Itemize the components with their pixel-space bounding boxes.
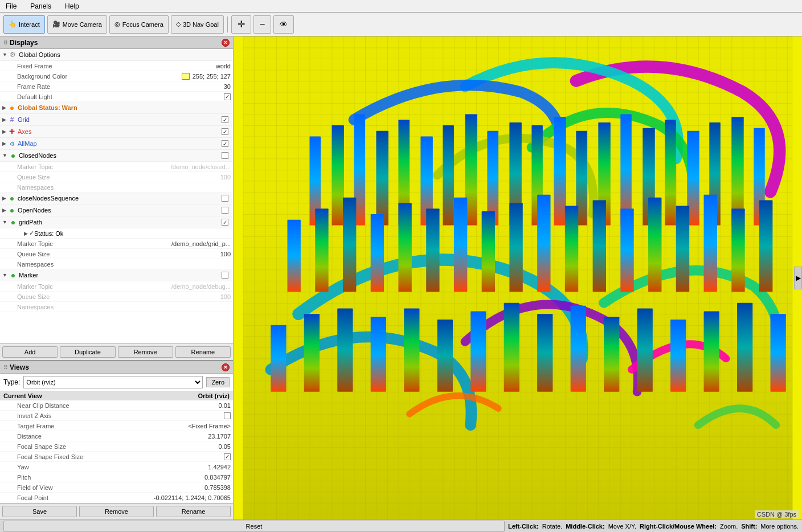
svg-rect-28 [371, 214, 384, 292]
move-camera-button[interactable]: 🎥 Move Camera [47, 15, 107, 34]
displays-close-button[interactable]: ✕ [222, 39, 230, 47]
svg-rect-33 [509, 203, 522, 292]
grid-path-icon: ● [9, 218, 18, 227]
svg-rect-7 [376, 131, 388, 226]
remove-displays-button[interactable]: Remove [118, 346, 173, 358]
grid-path-arrow: ▼ [2, 219, 7, 225]
views-header-left: ⠿ Views [3, 363, 29, 371]
close-nodes-seq-row[interactable]: ▶ ● closeNodesSequence [0, 193, 233, 204]
minus-button[interactable]: − [253, 15, 271, 34]
marker-checkbox[interactable] [222, 272, 228, 279]
focal-point-label: Focal Point [17, 494, 154, 501]
open-nodes-row[interactable]: ▶ ● OpenNodes [0, 204, 233, 216]
views-type-select[interactable]: Orbit (rviz) [23, 376, 203, 388]
left-panel: ⠿ Displays ✕ ▼ ⚙ Global Options Fixed Fr… [0, 36, 234, 519]
crosshair-button[interactable]: ✛ [231, 15, 251, 34]
orbit-label: Orbit (rviz) [198, 392, 230, 399]
default-light-checkbox[interactable] [224, 93, 231, 100]
target-frame-value: <Fixed Frame> [188, 423, 231, 429]
close-nodes-seq-icon: ● [7, 194, 17, 203]
marker-arrow: ▼ [2, 272, 7, 278]
invert-z-checkbox[interactable] [224, 412, 231, 419]
expand-arrow-right[interactable]: ▶ [794, 267, 802, 289]
closed-nodes-row[interactable]: ▼ ● ClosedNodes [0, 150, 233, 162]
grid-path-queue-value: 100 [220, 251, 231, 257]
allmap-checkbox[interactable] [222, 140, 228, 147]
add-button[interactable]: Add [2, 346, 58, 358]
viewport[interactable]: ▶ [234, 36, 802, 519]
rename-view-button[interactable]: Rename [156, 506, 231, 517]
displays-section: ⠿ Displays ✕ ▼ ⚙ Global Options Fixed Fr… [0, 36, 233, 360]
svg-rect-48 [437, 320, 453, 392]
focal-shape-size-label: Focal Shape Size [17, 443, 219, 450]
camera-options-button[interactable]: 👁 [273, 15, 294, 34]
svg-rect-27 [343, 198, 356, 292]
allmap-icon: ⚙ [7, 139, 17, 148]
global-options-row[interactable]: ▼ ⚙ Global Options [0, 49, 233, 61]
grid-row[interactable]: ▶ # Grid [0, 114, 233, 126]
left-click-label: Left-Click: [508, 523, 539, 530]
middle-click-label: Middle-Click: [566, 523, 604, 530]
middle-click-action: Move X/Y. [608, 523, 636, 530]
3d-nav-label: 3D Nav Goal [183, 21, 219, 28]
displays-content: ▼ ⚙ Global Options Fixed Frame world Bac… [0, 49, 233, 343]
interact-label: Interact [19, 21, 40, 28]
global-status-row[interactable]: ▶ ● Global Status: Warn [0, 102, 233, 114]
displays-title: Displays [10, 39, 38, 47]
grid-path-label: gridPath [19, 219, 222, 226]
zero-button[interactable]: Zero [206, 377, 230, 387]
close-nodes-seq-checkbox[interactable] [222, 195, 228, 202]
allmap-row[interactable]: ▶ ⚙ AllMap [0, 138, 233, 150]
focal-shape-fixed-label: Focal Shape Fixed Size [17, 453, 224, 460]
focus-camera-button[interactable]: ◎ Focus Camera [109, 15, 169, 34]
svg-rect-53 [604, 317, 619, 392]
invert-z-label: Invert Z Axis [17, 412, 224, 419]
default-light-row: Default Light [0, 92, 233, 102]
resize-handle[interactable] [234, 36, 239, 519]
svg-rect-49 [470, 311, 486, 391]
near-clip-label: Near Clip Distance [17, 402, 219, 409]
reset-button[interactable]: Reset [3, 521, 505, 532]
save-view-button[interactable]: Save [2, 506, 77, 517]
near-clip-value: 0.01 [219, 402, 231, 409]
fps-indicator: CSDN @ 3fps [755, 510, 799, 518]
shift-action: More options. [760, 523, 799, 530]
menu-panels[interactable]: Panels [27, 1, 55, 11]
svg-rect-26 [315, 208, 328, 292]
interact-button[interactable]: 👆 Interact [3, 15, 45, 34]
grid-path-row[interactable]: ▼ ● gridPath [0, 216, 233, 228]
grid-path-marker-topic-row: Marker Topic /demo_node/grid_p... [0, 239, 233, 249]
grid-path-status-text: Status: Ok [34, 230, 63, 237]
marker-namespaces-label: Namespaces [17, 304, 231, 310]
svg-rect-51 [537, 314, 553, 391]
global-status-arrow: ▶ [2, 105, 6, 111]
open-nodes-checkbox[interactable] [222, 207, 228, 214]
axes-checkbox[interactable] [222, 128, 228, 135]
grid-checkbox[interactable] [222, 116, 228, 123]
focal-point-value: -0.022114; 1.2424; 0.70065 [154, 494, 231, 501]
rename-displays-button[interactable]: Rename [175, 346, 231, 358]
grip-icon: ⠿ [3, 40, 7, 46]
views-close-button[interactable]: ✕ [222, 363, 230, 371]
pitch-value: 0.834797 [204, 474, 231, 481]
svg-rect-46 [371, 317, 386, 392]
duplicate-button[interactable]: Duplicate [60, 346, 115, 358]
svg-rect-43 [271, 325, 286, 392]
grid-path-checkbox[interactable] [222, 219, 228, 226]
axes-row[interactable]: ▶ ✚ Axes [0, 126, 233, 138]
focal-shape-fixed-checkbox[interactable] [224, 453, 231, 460]
closed-nodes-checkbox[interactable] [222, 152, 228, 159]
svg-rect-30 [426, 208, 439, 292]
menu-file[interactable]: File [2, 1, 20, 11]
open-nodes-icon: ● [7, 206, 17, 215]
menu-help[interactable]: Help [62, 1, 83, 11]
remove-view-button[interactable]: Remove [79, 506, 154, 517]
background-color-value[interactable]: 255; 255; 127 [182, 73, 231, 80]
right-click-action: Zoom. [720, 523, 738, 530]
views-content: Type: Orbit (rviz) Zero Current View Orb… [0, 374, 233, 503]
closed-nodes-marker-topic-row: Marker Topic /demo_node/closed... [0, 162, 233, 172]
marker-row[interactable]: ▼ ● Marker [0, 269, 233, 281]
3d-nav-goal-button[interactable]: ◇ 3D Nav Goal [171, 15, 224, 34]
svg-rect-32 [482, 211, 495, 292]
svg-rect-39 [676, 206, 689, 292]
